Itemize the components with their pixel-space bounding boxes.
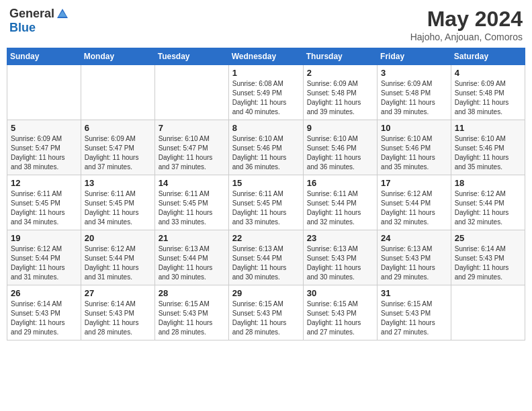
calendar-cell: 25Sunrise: 6:14 AM Sunset: 5:43 PM Dayli… (451, 230, 525, 285)
day-info: Sunrise: 6:12 AM Sunset: 5:44 PM Dayligh… (455, 189, 521, 227)
day-number: 19 (11, 233, 77, 243)
header-tuesday: Tuesday (154, 48, 228, 65)
calendar-cell: 29Sunrise: 6:15 AM Sunset: 5:43 PM Dayli… (228, 285, 303, 340)
day-number: 6 (85, 123, 151, 133)
week-row-3: 12Sunrise: 6:11 AM Sunset: 5:45 PM Dayli… (7, 175, 525, 230)
day-number: 2 (307, 68, 373, 78)
header-friday: Friday (378, 48, 451, 65)
calendar-cell: 14Sunrise: 6:11 AM Sunset: 5:45 PM Dayli… (154, 175, 228, 230)
logo: General Blue (9, 7, 69, 35)
day-number: 30 (307, 288, 373, 298)
calendar-cell: 18Sunrise: 6:12 AM Sunset: 5:44 PM Dayli… (451, 175, 525, 230)
day-info: Sunrise: 6:09 AM Sunset: 5:47 PM Dayligh… (85, 134, 151, 172)
day-info: Sunrise: 6:12 AM Sunset: 5:44 PM Dayligh… (11, 244, 77, 282)
page-header: General Blue May 2024 Hajoho, Anjouan, C… (7, 7, 525, 42)
calendar-cell: 26Sunrise: 6:14 AM Sunset: 5:43 PM Dayli… (7, 285, 81, 340)
day-number: 21 (159, 233, 225, 243)
day-info: Sunrise: 6:14 AM Sunset: 5:43 PM Dayligh… (85, 300, 151, 337)
day-number: 15 (232, 178, 300, 188)
day-info: Sunrise: 6:10 AM Sunset: 5:46 PM Dayligh… (307, 134, 373, 172)
day-info: Sunrise: 6:10 AM Sunset: 5:46 PM Dayligh… (232, 134, 300, 172)
day-info: Sunrise: 6:11 AM Sunset: 5:45 PM Dayligh… (11, 189, 77, 227)
day-info: Sunrise: 6:11 AM Sunset: 5:45 PM Dayligh… (232, 189, 300, 227)
day-number: 10 (381, 123, 447, 133)
calendar-cell: 20Sunrise: 6:12 AM Sunset: 5:44 PM Dayli… (81, 230, 154, 285)
header-monday: Monday (81, 48, 154, 65)
calendar-cell (451, 285, 525, 340)
day-number: 29 (232, 288, 300, 298)
week-row-1: 1Sunrise: 6:08 AM Sunset: 5:49 PM Daylig… (7, 65, 525, 120)
calendar-cell (81, 65, 154, 120)
day-number: 14 (159, 178, 225, 188)
day-number: 20 (85, 233, 151, 243)
day-number: 18 (455, 178, 521, 188)
day-number: 31 (381, 288, 447, 298)
calendar-cell: 4Sunrise: 6:09 AM Sunset: 5:48 PM Daylig… (451, 65, 525, 120)
day-info: Sunrise: 6:13 AM Sunset: 5:44 PM Dayligh… (159, 244, 225, 282)
day-number: 25 (455, 233, 521, 243)
day-info: Sunrise: 6:08 AM Sunset: 5:49 PM Dayligh… (232, 79, 300, 117)
day-info: Sunrise: 6:13 AM Sunset: 5:43 PM Dayligh… (381, 244, 447, 282)
day-number: 17 (381, 178, 447, 188)
calendar-cell: 6Sunrise: 6:09 AM Sunset: 5:47 PM Daylig… (81, 120, 154, 175)
day-number: 22 (232, 233, 300, 243)
week-row-2: 5Sunrise: 6:09 AM Sunset: 5:47 PM Daylig… (7, 120, 525, 175)
calendar-cell: 10Sunrise: 6:10 AM Sunset: 5:46 PM Dayli… (378, 120, 451, 175)
day-number: 4 (455, 68, 521, 78)
day-number: 13 (85, 178, 151, 188)
day-number: 28 (159, 288, 225, 298)
day-number: 7 (159, 123, 225, 133)
day-number: 8 (232, 123, 300, 133)
calendar-cell: 17Sunrise: 6:12 AM Sunset: 5:44 PM Dayli… (378, 175, 451, 230)
header-saturday: Saturday (451, 48, 525, 65)
calendar-cell (7, 65, 81, 120)
week-row-5: 26Sunrise: 6:14 AM Sunset: 5:43 PM Dayli… (7, 285, 525, 340)
header-wednesday: Wednesday (228, 48, 303, 65)
calendar-cell: 3Sunrise: 6:09 AM Sunset: 5:48 PM Daylig… (378, 65, 451, 120)
day-number: 23 (307, 233, 373, 243)
logo-general-text: General (9, 7, 54, 21)
calendar-cell: 15Sunrise: 6:11 AM Sunset: 5:45 PM Dayli… (228, 175, 303, 230)
day-number: 3 (381, 68, 447, 78)
day-info: Sunrise: 6:09 AM Sunset: 5:48 PM Dayligh… (307, 79, 373, 117)
calendar-header-row: SundayMondayTuesdayWednesdayThursdayFrid… (7, 48, 525, 65)
day-info: Sunrise: 6:09 AM Sunset: 5:48 PM Dayligh… (455, 79, 521, 117)
calendar-cell: 27Sunrise: 6:14 AM Sunset: 5:43 PM Dayli… (81, 285, 154, 340)
header-sunday: Sunday (7, 48, 81, 65)
month-year-title: May 2024 (410, 7, 523, 32)
day-info: Sunrise: 6:15 AM Sunset: 5:43 PM Dayligh… (381, 300, 447, 337)
day-info: Sunrise: 6:15 AM Sunset: 5:43 PM Dayligh… (232, 300, 300, 337)
calendar-cell: 9Sunrise: 6:10 AM Sunset: 5:46 PM Daylig… (303, 120, 377, 175)
day-number: 11 (455, 123, 521, 133)
calendar-cell: 23Sunrise: 6:13 AM Sunset: 5:43 PM Dayli… (303, 230, 377, 285)
day-number: 12 (11, 178, 77, 188)
calendar-cell: 2Sunrise: 6:09 AM Sunset: 5:48 PM Daylig… (303, 65, 377, 120)
day-number: 1 (232, 68, 300, 78)
day-info: Sunrise: 6:15 AM Sunset: 5:43 PM Dayligh… (307, 300, 373, 337)
calendar-cell: 8Sunrise: 6:10 AM Sunset: 5:46 PM Daylig… (228, 120, 303, 175)
week-row-4: 19Sunrise: 6:12 AM Sunset: 5:44 PM Dayli… (7, 230, 525, 285)
header-thursday: Thursday (303, 48, 377, 65)
calendar-cell: 24Sunrise: 6:13 AM Sunset: 5:43 PM Dayli… (378, 230, 451, 285)
calendar-cell: 16Sunrise: 6:11 AM Sunset: 5:44 PM Dayli… (303, 175, 377, 230)
day-info: Sunrise: 6:10 AM Sunset: 5:46 PM Dayligh… (455, 134, 521, 172)
day-number: 9 (307, 123, 373, 133)
day-number: 26 (11, 288, 77, 298)
calendar-cell: 13Sunrise: 6:11 AM Sunset: 5:45 PM Dayli… (81, 175, 154, 230)
day-info: Sunrise: 6:15 AM Sunset: 5:43 PM Dayligh… (159, 300, 225, 337)
day-number: 5 (11, 123, 77, 133)
calendar-cell: 31Sunrise: 6:15 AM Sunset: 5:43 PM Dayli… (378, 285, 451, 340)
day-info: Sunrise: 6:10 AM Sunset: 5:46 PM Dayligh… (381, 134, 447, 172)
logo-icon (56, 7, 69, 21)
calendar-cell: 21Sunrise: 6:13 AM Sunset: 5:44 PM Dayli… (154, 230, 228, 285)
day-number: 16 (307, 178, 373, 188)
day-info: Sunrise: 6:11 AM Sunset: 5:45 PM Dayligh… (85, 189, 151, 227)
day-number: 24 (381, 233, 447, 243)
calendar-cell: 1Sunrise: 6:08 AM Sunset: 5:49 PM Daylig… (228, 65, 303, 120)
day-info: Sunrise: 6:12 AM Sunset: 5:44 PM Dayligh… (381, 189, 447, 227)
day-info: Sunrise: 6:14 AM Sunset: 5:43 PM Dayligh… (11, 300, 77, 337)
location-subtitle: Hajoho, Anjouan, Comoros (410, 32, 523, 42)
day-info: Sunrise: 6:11 AM Sunset: 5:44 PM Dayligh… (307, 189, 373, 227)
day-info: Sunrise: 6:09 AM Sunset: 5:48 PM Dayligh… (381, 79, 447, 117)
calendar-cell: 22Sunrise: 6:13 AM Sunset: 5:44 PM Dayli… (228, 230, 303, 285)
